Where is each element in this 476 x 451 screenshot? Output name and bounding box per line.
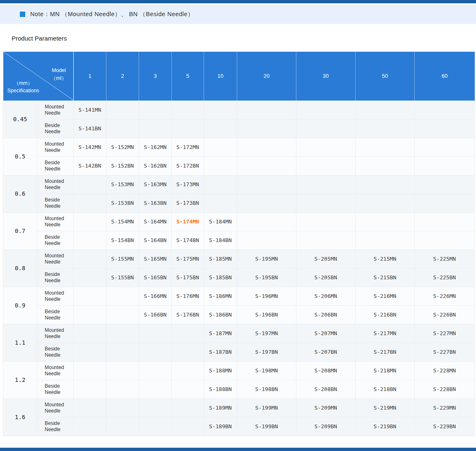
model-cell-S-163MN[interactable]: S-163MN [139, 175, 172, 194]
model-cell-S-175BN[interactable]: S-175BN [172, 268, 204, 287]
model-cell-S-153MN[interactable]: S-153MN [106, 175, 139, 194]
model-cell-S-189BN[interactable]: S-189BN [204, 417, 237, 436]
model-cell-S-218MN[interactable]: S-218MN [356, 361, 415, 380]
model-cell-S-154BN[interactable]: S-154BN [106, 231, 139, 249]
empty-cell [296, 119, 356, 138]
model-cell-S-205BN[interactable]: S-205BN [296, 268, 356, 287]
model-cell-S-218BN[interactable]: S-218BN [356, 380, 415, 398]
model-cell-S-219MN[interactable]: S-219MN [356, 398, 415, 417]
model-cell-S-195MN[interactable]: S-195MN [237, 249, 296, 268]
empty-cell [74, 249, 106, 268]
model-cell-S-199MN[interactable]: S-199MN [237, 398, 296, 417]
model-cell-S-198BN[interactable]: S-198BN [237, 380, 296, 398]
model-cell-S-227MN[interactable]: S-227MN [415, 324, 475, 343]
model-cell-S-207BN[interactable]: S-207BN [296, 343, 356, 361]
model-cell-S-217BN[interactable]: S-217BN [356, 343, 415, 361]
model-cell-S-176MN[interactable]: S-176MN [172, 287, 204, 305]
model-cell-S-187BN[interactable]: S-187BN [204, 343, 237, 361]
model-cell-S-152MN[interactable]: S-152MN [106, 138, 139, 156]
model-cell-S-216MN[interactable]: S-216MN [356, 287, 415, 305]
model-cell-S-153BN[interactable]: S-153BN [106, 194, 139, 212]
empty-cell [74, 194, 106, 212]
model-cell-S-185BN[interactable]: S-185BN [204, 268, 237, 287]
model-cell-S-186MN[interactable]: S-186MN [204, 287, 237, 305]
model-cell-S-163BN[interactable]: S-163BN [139, 194, 172, 212]
model-cell-S-225MN[interactable]: S-225MN [415, 249, 475, 268]
model-cell-S-185MN[interactable]: S-185MN [204, 249, 237, 268]
table-row-0.7-bn: Beside NeedleS-154BNS-164BNS-174BNS-184B… [3, 231, 475, 249]
model-cell-S-219BN[interactable]: S-219BN [356, 417, 415, 436]
model-cell-S-176BN[interactable]: S-176BN [172, 305, 204, 324]
model-cell-S-186BN[interactable]: S-186BN [204, 305, 237, 324]
model-cell-S-229BN[interactable]: S-229BN [415, 417, 475, 436]
model-cell-S-195BN[interactable]: S-195BN [237, 268, 296, 287]
model-cell-S-174BN[interactable]: S-174BN [172, 231, 204, 249]
empty-cell [356, 156, 415, 175]
model-cell-S-226BN[interactable]: S-226BN [415, 305, 475, 324]
model-cell-S-141BN[interactable]: S-141BN [74, 119, 106, 138]
model-cell-S-206MN[interactable]: S-206MN [296, 287, 356, 305]
model-cell-S-155BN[interactable]: S-155BN [106, 268, 139, 287]
model-cell-S-142BN[interactable]: S-142BN [74, 156, 106, 175]
column-header-1: 1 [74, 52, 106, 101]
model-cell-S-173MN[interactable]: S-173MN [172, 175, 204, 194]
model-cell-S-162MN[interactable]: S-162MN [139, 138, 172, 156]
model-cell-S-155MN[interactable]: S-155MN [106, 249, 139, 268]
model-cell-S-228BN[interactable]: S-228BN [415, 380, 475, 398]
model-cell-S-226MN[interactable]: S-226MN [415, 287, 475, 305]
model-cell-S-184BN[interactable]: S-184BN [204, 231, 237, 249]
model-cell-S-208BN[interactable]: S-208BN [296, 380, 356, 398]
model-cell-S-209MN[interactable]: S-209MN [296, 398, 356, 417]
model-cell-S-228MN[interactable]: S-228MN [415, 361, 475, 380]
model-cell-S-188BN[interactable]: S-188BN [204, 380, 237, 398]
model-cell-S-197MN[interactable]: S-197MN [237, 324, 296, 343]
model-cell-S-215MN[interactable]: S-215MN [356, 249, 415, 268]
model-cell-S-197BN[interactable]: S-197BN [237, 343, 296, 361]
model-cell-S-162BN[interactable]: S-162BN [139, 156, 172, 175]
model-cell-S-174MN[interactable]: S-174MN [172, 212, 204, 231]
model-cell-S-196BN[interactable]: S-196BN [237, 305, 296, 324]
model-cell-S-154MN[interactable]: S-154MN [106, 212, 139, 231]
model-cell-S-217MN[interactable]: S-217MN [356, 324, 415, 343]
empty-cell [74, 231, 106, 249]
empty-cell [237, 175, 296, 194]
model-cell-S-141MN[interactable]: S-141MN [74, 101, 106, 119]
model-cell-S-164BN[interactable]: S-164BN [139, 231, 172, 249]
beside-needle-label: Beside Needle [37, 231, 74, 249]
model-cell-S-205MN[interactable]: S-205MN [296, 249, 356, 268]
empty-cell [172, 119, 204, 138]
model-cell-S-208MN[interactable]: S-208MN [296, 361, 356, 380]
model-cell-S-206BN[interactable]: S-206BN [296, 305, 356, 324]
model-cell-S-166BN[interactable]: S-166BN [139, 305, 172, 324]
model-cell-S-198MN[interactable]: S-198MN [237, 361, 296, 380]
model-cell-S-196MN[interactable]: S-196MN [237, 287, 296, 305]
model-cell-S-166MN[interactable]: S-166MN [139, 287, 172, 305]
model-cell-S-164MN[interactable]: S-164MN [139, 212, 172, 231]
model-cell-S-165BN[interactable]: S-165BN [139, 268, 172, 287]
model-cell-S-142MN[interactable]: S-142MN [74, 138, 106, 156]
model-cell-S-209BN[interactable]: S-209BN [296, 417, 356, 436]
model-cell-S-225BN[interactable]: S-225BN [415, 268, 475, 287]
model-cell-S-188MN[interactable]: S-188MN [204, 361, 237, 380]
model-cell-S-187MN[interactable]: S-187MN [204, 324, 237, 343]
model-cell-S-215BN[interactable]: S-215BN [356, 268, 415, 287]
model-cell-S-216BN[interactable]: S-216BN [356, 305, 415, 324]
model-cell-S-207MN[interactable]: S-207MN [296, 324, 356, 343]
model-cell-S-172BN[interactable]: S-172BN [172, 156, 204, 175]
table-row-1.6-mn: 1.6Mounted NeedleS-189MNS-199MNS-209MNS-… [3, 398, 475, 417]
model-cell-S-199BN[interactable]: S-199BN [237, 417, 296, 436]
model-cell-S-172MN[interactable]: S-172MN [172, 138, 204, 156]
model-cell-S-189MN[interactable]: S-189MN [204, 398, 237, 417]
mounted-needle-label: Mounted Needle [37, 287, 74, 305]
model-cell-S-152BN[interactable]: S-152BN [106, 156, 139, 175]
model-cell-S-229MN[interactable]: S-229MN [415, 398, 475, 417]
model-cell-S-165MN[interactable]: S-165MN [139, 249, 172, 268]
model-cell-S-173BN[interactable]: S-173BN [172, 194, 204, 212]
model-cell-S-227BN[interactable]: S-227BN [415, 343, 475, 361]
product-parameters-table: Model （ml） （mm） Specifications 123510203… [3, 52, 475, 436]
table-row-0.6-bn: Beside NeedleS-153BNS-163BNS-173BN [3, 194, 475, 212]
model-cell-S-175MN[interactable]: S-175MN [172, 249, 204, 268]
spec-value-1.2: 1.2 [3, 361, 37, 398]
model-cell-S-184MN[interactable]: S-184MN [204, 212, 237, 231]
empty-cell [237, 101, 296, 119]
